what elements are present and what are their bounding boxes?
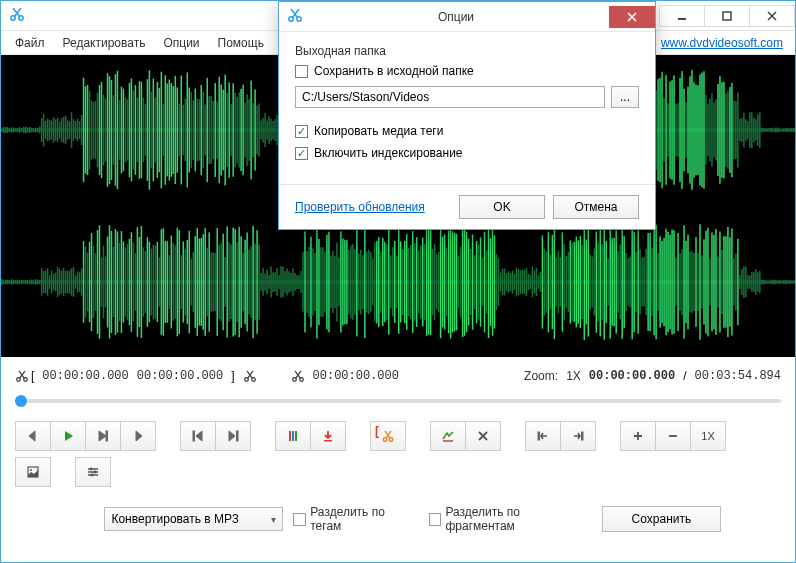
split-by-fragments-checkbox[interactable]: Разделить по фрагментам xyxy=(429,505,592,533)
enable-indexing-checkbox[interactable]: Включить индексирование xyxy=(295,146,639,160)
svg-rect-711 xyxy=(611,238,612,325)
svg-rect-581 xyxy=(352,244,353,320)
svg-rect-429 xyxy=(49,275,50,289)
svg-rect-779 xyxy=(747,275,748,289)
svg-rect-697 xyxy=(584,224,585,340)
maximize-button[interactable] xyxy=(704,5,750,27)
svg-rect-137 xyxy=(260,121,261,140)
next-marker-button[interactable] xyxy=(120,421,156,451)
svg-rect-789 xyxy=(767,281,768,283)
svg-rect-784 xyxy=(757,272,758,291)
goto-end-button[interactable] xyxy=(560,421,596,451)
save-in-source-checkbox[interactable]: Сохранить в исходной папке xyxy=(295,64,639,78)
svg-rect-608 xyxy=(406,234,407,330)
svg-rect-341 xyxy=(667,103,668,156)
svg-rect-610 xyxy=(410,245,411,319)
svg-rect-443 xyxy=(77,271,78,292)
svg-rect-19 xyxy=(25,127,26,134)
svg-rect-797 xyxy=(783,280,784,283)
svg-rect-380 xyxy=(745,119,746,141)
svg-rect-476 xyxy=(143,247,144,316)
svg-rect-16 xyxy=(19,127,20,133)
format-combo[interactable]: Конвертировать в MP3 xyxy=(104,507,283,531)
svg-rect-520 xyxy=(230,245,231,319)
menu-options[interactable]: Опции xyxy=(155,33,207,53)
skip-end-button[interactable] xyxy=(215,421,251,451)
svg-rect-714 xyxy=(617,251,618,312)
split-by-tags-checkbox[interactable]: Разделить по тегам xyxy=(293,505,418,533)
zoom-reset-button[interactable]: 1X xyxy=(690,421,726,451)
goto-start-button[interactable] xyxy=(525,421,561,451)
set-left-marker-button[interactable] xyxy=(275,421,311,451)
save-in-source-label: Сохранить в исходной папке xyxy=(314,64,474,78)
cover-art-button[interactable] xyxy=(15,457,51,487)
zoom-out-button[interactable] xyxy=(655,421,691,451)
svg-point-824 xyxy=(91,474,94,477)
ok-button[interactable]: OK xyxy=(459,195,545,219)
svg-rect-539 xyxy=(268,275,269,289)
svg-rect-547 xyxy=(284,271,285,293)
website-link[interactable]: www.dvdvideosoft.com xyxy=(661,36,789,50)
svg-rect-22 xyxy=(31,128,32,132)
svg-rect-695 xyxy=(580,236,581,328)
svg-rect-2 xyxy=(678,18,686,20)
menu-help[interactable]: Помощь xyxy=(210,33,272,53)
settings-button[interactable] xyxy=(75,457,111,487)
dialog-close-button[interactable] xyxy=(609,6,655,28)
svg-rect-402 xyxy=(789,128,790,131)
svg-rect-777 xyxy=(743,266,744,298)
trim-button[interactable] xyxy=(430,421,466,451)
svg-rect-474 xyxy=(139,237,140,327)
svg-rect-69 xyxy=(125,98,126,163)
output-path-input[interactable] xyxy=(295,86,605,108)
svg-rect-342 xyxy=(669,82,670,179)
svg-rect-693 xyxy=(576,237,577,328)
svg-rect-416 xyxy=(23,280,24,283)
check-updates-link[interactable]: Проверить обновления xyxy=(295,200,425,214)
svg-rect-584 xyxy=(358,254,359,311)
position-slider[interactable] xyxy=(15,399,781,403)
menu-edit[interactable]: Редактировать xyxy=(55,33,154,53)
cancel-button[interactable]: Отмена xyxy=(553,195,639,219)
position-slider-thumb[interactable] xyxy=(15,395,27,407)
svg-rect-415 xyxy=(21,280,22,284)
svg-rect-343 xyxy=(671,80,672,180)
svg-rect-542 xyxy=(274,272,275,291)
svg-rect-53 xyxy=(93,102,94,158)
svg-rect-403 xyxy=(791,128,792,132)
close-button[interactable] xyxy=(749,5,795,27)
svg-point-805 xyxy=(244,378,248,382)
menu-file[interactable]: Файл xyxy=(7,33,53,53)
svg-rect-435 xyxy=(61,271,62,293)
minimize-button[interactable] xyxy=(659,5,705,27)
prev-marker-button[interactable] xyxy=(15,421,51,451)
svg-rect-507 xyxy=(204,228,205,336)
svg-rect-88 xyxy=(163,104,164,156)
svg-rect-643 xyxy=(476,241,477,323)
format-combo-label: Конвертировать в MP3 xyxy=(111,512,238,526)
play-selection-button[interactable] xyxy=(85,421,121,451)
svg-rect-64 xyxy=(115,74,116,185)
save-button[interactable]: Сохранить xyxy=(602,506,721,532)
svg-rect-793 xyxy=(775,280,776,284)
set-right-marker-button[interactable] xyxy=(310,421,346,451)
zoom-in-button[interactable] xyxy=(620,421,656,451)
svg-rect-40 xyxy=(67,120,68,140)
svg-rect-770 xyxy=(729,237,730,326)
svg-rect-495 xyxy=(181,255,182,309)
svg-rect-626 xyxy=(442,237,443,328)
svg-rect-36 xyxy=(59,122,60,139)
cut-button[interactable]: [ xyxy=(370,421,406,451)
browse-button[interactable]: ... xyxy=(611,86,639,108)
play-button[interactable] xyxy=(50,421,86,451)
split-by-tags-label: Разделить по тегам xyxy=(310,505,418,533)
skip-start-button[interactable] xyxy=(180,421,216,451)
svg-rect-512 xyxy=(214,253,215,311)
svg-rect-678 xyxy=(546,251,547,312)
copy-media-tags-checkbox[interactable]: Копировать медиа теги xyxy=(295,124,639,138)
svg-rect-87 xyxy=(161,72,162,189)
svg-rect-652 xyxy=(494,235,495,328)
delete-button[interactable] xyxy=(465,421,501,451)
svg-rect-614 xyxy=(418,251,419,314)
svg-rect-486 xyxy=(163,228,164,336)
